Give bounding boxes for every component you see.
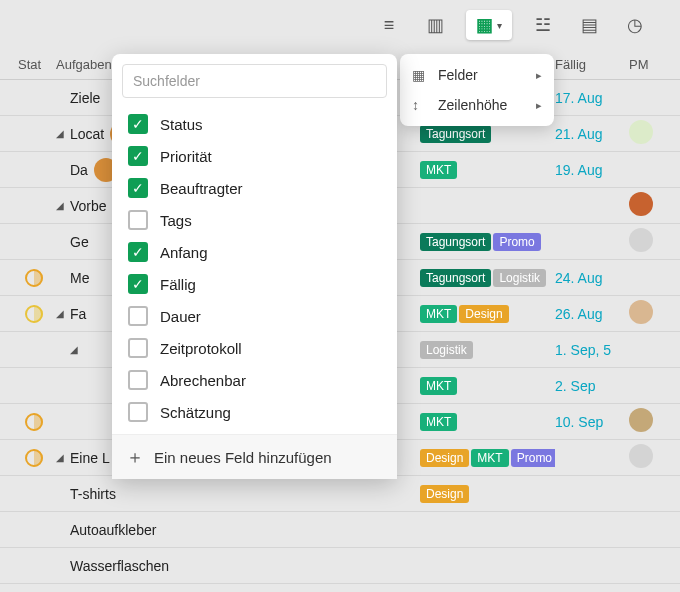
- tag[interactable]: Promo: [511, 449, 555, 467]
- checkbox[interactable]: [128, 178, 148, 198]
- chevron-right-icon: ▸: [536, 69, 542, 82]
- checkbox[interactable]: [128, 210, 148, 230]
- checkbox[interactable]: [128, 370, 148, 390]
- field-option-label: Schätzung: [160, 404, 231, 421]
- view-calendar-icon[interactable]: ▤: [574, 10, 604, 40]
- avatar[interactable]: [629, 228, 653, 252]
- fields-search-wrap: [112, 54, 397, 108]
- checkbox[interactable]: [128, 146, 148, 166]
- checkbox[interactable]: [128, 306, 148, 326]
- expand-toggle[interactable]: ◢: [70, 344, 78, 355]
- checkbox[interactable]: [128, 402, 148, 422]
- field-option[interactable]: Tags: [112, 204, 397, 236]
- field-option[interactable]: Dauer: [112, 300, 397, 332]
- task-name: Vorbe: [70, 198, 107, 214]
- table-row[interactable]: Wasserflaschen: [0, 548, 680, 584]
- tag[interactable]: Design: [420, 485, 469, 503]
- col-due-header[interactable]: Fällig: [555, 57, 629, 72]
- tag[interactable]: MKT: [471, 449, 508, 467]
- field-option[interactable]: Zeitprotokoll: [112, 332, 397, 364]
- tag[interactable]: Logistik: [420, 341, 473, 359]
- field-option[interactable]: Status: [112, 108, 397, 140]
- avatar[interactable]: [629, 444, 653, 468]
- due-date[interactable]: 21. Aug: [555, 126, 603, 142]
- add-field-label: Ein neues Feld hinzufügen: [154, 449, 332, 466]
- due-date[interactable]: 1. Sep, 5: [555, 342, 611, 358]
- view-list-icon[interactable]: ≡: [374, 10, 404, 40]
- view-board-icon[interactable]: ▥: [420, 10, 450, 40]
- tag[interactable]: Promo: [493, 233, 540, 251]
- task-name: Eine L: [70, 450, 110, 466]
- avatar[interactable]: [629, 192, 653, 216]
- due-date[interactable]: 10. Sep: [555, 414, 603, 430]
- tag[interactable]: Design: [420, 449, 469, 467]
- due-date[interactable]: 2. Sep: [555, 378, 595, 394]
- field-option[interactable]: Abrechenbar: [112, 364, 397, 396]
- avatar[interactable]: [629, 120, 653, 144]
- field-option-label: Dauer: [160, 308, 201, 325]
- table-row[interactable]: T-shirtsDesign: [0, 476, 680, 512]
- tag[interactable]: Design: [459, 305, 508, 323]
- avatar[interactable]: [629, 408, 653, 432]
- checkbox[interactable]: [128, 242, 148, 262]
- checkbox[interactable]: [128, 114, 148, 134]
- tag[interactable]: Tagungsort: [420, 269, 491, 287]
- fields-search-input[interactable]: [122, 64, 387, 98]
- field-option-label: Beauftragter: [160, 180, 243, 197]
- menu-item-row-height[interactable]: ↕ Zeilenhöhe ▸: [400, 90, 554, 120]
- row-height-icon: ↕: [412, 97, 428, 113]
- task-name: Locat: [70, 126, 104, 142]
- task-name: Fa: [70, 306, 86, 322]
- col-status-header[interactable]: Stat: [0, 57, 50, 72]
- field-option-label: Zeitprotokoll: [160, 340, 242, 357]
- tag[interactable]: Tagungsort: [420, 233, 491, 251]
- menu-item-label: Zeilenhöhe: [438, 97, 507, 113]
- due-date[interactable]: 24. Aug: [555, 270, 603, 286]
- field-option-label: Abrechenbar: [160, 372, 246, 389]
- task-name: Wasserflaschen: [70, 558, 169, 574]
- task-name: Me: [70, 270, 89, 286]
- due-date[interactable]: 17. Aug: [555, 90, 603, 106]
- tag[interactable]: Tagungsort: [420, 125, 491, 143]
- expand-toggle[interactable]: ◢: [56, 308, 64, 319]
- checkbox[interactable]: [128, 274, 148, 294]
- view-table-button[interactable]: ▦▾: [466, 10, 512, 40]
- expand-toggle[interactable]: ◢: [56, 200, 64, 211]
- tag[interactable]: Logistik: [493, 269, 546, 287]
- field-option[interactable]: Anfang: [112, 236, 397, 268]
- field-option-label: Status: [160, 116, 203, 133]
- task-name: Autoaufkleber: [70, 522, 156, 538]
- field-option[interactable]: Fällig: [112, 268, 397, 300]
- status-indicator[interactable]: [25, 305, 43, 323]
- chevron-down-icon: ▾: [497, 20, 502, 31]
- status-indicator[interactable]: [25, 269, 43, 287]
- tag[interactable]: MKT: [420, 161, 457, 179]
- col-pm-header[interactable]: PM: [629, 57, 669, 72]
- menu-item-fields[interactable]: ▦ Felder ▸: [400, 60, 554, 90]
- expand-toggle[interactable]: ◢: [56, 452, 64, 463]
- view-timer-icon[interactable]: ◷: [620, 10, 650, 40]
- expand-toggle[interactable]: ◢: [56, 128, 64, 139]
- view-toolbar: ≡ ▥ ▦▾ ☳ ▤ ◷: [0, 0, 680, 50]
- task-name: Da: [70, 162, 88, 178]
- plus-icon: ＋: [126, 445, 144, 469]
- due-date[interactable]: 26. Aug: [555, 306, 603, 322]
- checkbox[interactable]: [128, 338, 148, 358]
- tag[interactable]: MKT: [420, 305, 457, 323]
- fields-panel: StatusPrioritätBeauftragterTagsAnfangFäl…: [112, 54, 397, 479]
- tag[interactable]: MKT: [420, 377, 457, 395]
- field-option[interactable]: Schätzung: [112, 396, 397, 428]
- status-indicator[interactable]: [25, 449, 43, 467]
- fields-list[interactable]: StatusPrioritätBeauftragterTagsAnfangFäl…: [112, 108, 397, 434]
- task-name: Ge: [70, 234, 89, 250]
- view-gantt-icon[interactable]: ☳: [528, 10, 558, 40]
- due-date[interactable]: 19. Aug: [555, 162, 603, 178]
- avatar[interactable]: [629, 300, 653, 324]
- add-field-button[interactable]: ＋ Ein neues Feld hinzufügen: [112, 434, 397, 479]
- table-row[interactable]: Autoaufkleber: [0, 512, 680, 548]
- field-option-label: Priorität: [160, 148, 212, 165]
- field-option[interactable]: Priorität: [112, 140, 397, 172]
- status-indicator[interactable]: [25, 413, 43, 431]
- field-option[interactable]: Beauftragter: [112, 172, 397, 204]
- tag[interactable]: MKT: [420, 413, 457, 431]
